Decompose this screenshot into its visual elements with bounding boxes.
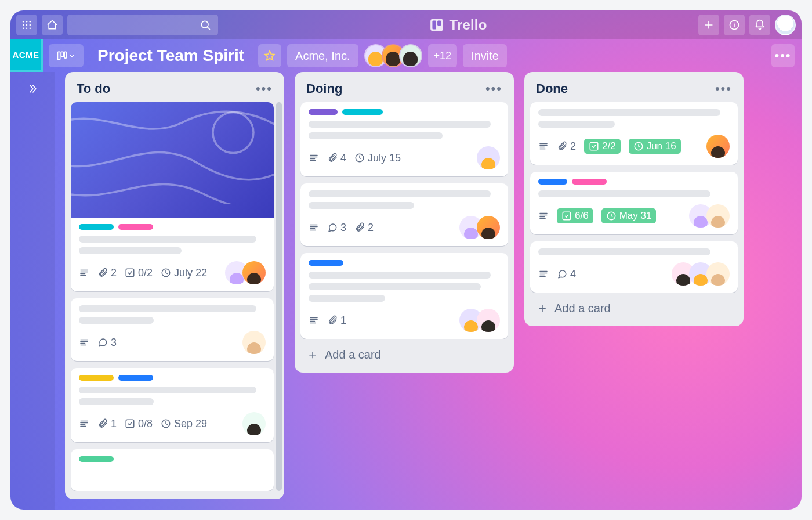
comments-badge: 4 [557, 268, 576, 280]
card-label [572, 179, 607, 185]
star-board-button[interactable] [258, 44, 281, 67]
description-badge [79, 268, 89, 278]
card-label [342, 109, 383, 115]
card-label [309, 109, 338, 115]
sidebar-collapsed [10, 72, 55, 510]
card[interactable]: 3 [71, 298, 274, 361]
list-doing: Doing ••• 4 July 15 [295, 72, 514, 373]
card-member-avatar[interactable] [477, 309, 500, 332]
card-member-avatar[interactable] [706, 262, 730, 286]
info-button[interactable] [724, 15, 745, 35]
brand: Trello [223, 17, 694, 33]
description-badge [309, 153, 319, 163]
plus-icon: ＋ [306, 346, 319, 363]
grid-icon [21, 19, 32, 31]
list-title[interactable]: To do [77, 81, 110, 96]
add-card-button[interactable]: ＋Add a card [530, 292, 738, 318]
card-member-avatar[interactable] [706, 204, 730, 228]
account-avatar[interactable] [775, 15, 796, 35]
board-title[interactable]: Project Team Spirit [89, 44, 252, 67]
card[interactable]: 4 July 15 [300, 102, 508, 176]
card-label [538, 179, 567, 185]
bell-icon [754, 19, 766, 31]
card-member-avatar[interactable] [706, 135, 730, 158]
add-card-button[interactable]: ＋Add a card [300, 339, 508, 364]
list-menu-button[interactable]: ••• [485, 81, 502, 96]
board-menu-button[interactable]: ••• [771, 44, 795, 67]
notifications-button[interactable] [749, 15, 770, 35]
card-member-avatar[interactable] [477, 216, 500, 239]
list-title[interactable]: Done [536, 81, 568, 96]
svg-point-3 [23, 24, 24, 26]
card[interactable]: 3 2 [300, 183, 508, 246]
due-date-badge: Sep 29 [161, 418, 207, 430]
workspace-badge[interactable]: ACME [10, 39, 43, 72]
member-avatar[interactable] [399, 44, 422, 67]
card-member-avatar[interactable] [242, 412, 266, 435]
attachments-badge: 1 [97, 418, 117, 430]
svg-rect-12 [437, 20, 441, 26]
svg-point-1 [26, 21, 28, 23]
checklist-badge: 0/2 [125, 267, 153, 279]
board-header: ACME Project Team Spirit Acme, Inc. +12 … [10, 39, 802, 72]
list-menu-button[interactable]: ••• [256, 81, 273, 96]
card-member-avatar[interactable] [242, 331, 266, 354]
chevron-double-right-icon [27, 83, 38, 95]
card[interactable] [71, 449, 274, 491]
star-icon [263, 49, 276, 62]
list-todo: To do ••• [65, 72, 284, 499]
info-icon [728, 19, 740, 31]
plus-icon: ＋ [536, 299, 549, 317]
svg-point-5 [30, 24, 31, 26]
svg-rect-14 [58, 52, 60, 59]
card-member-avatar[interactable] [242, 261, 266, 284]
attachments-badge: 2 [97, 267, 117, 279]
card[interactable]: 2 0/2 July 22 [71, 102, 274, 291]
board-view-switcher[interactable] [49, 44, 84, 67]
description-badge [538, 141, 549, 151]
svg-rect-16 [64, 52, 66, 58]
description-icon [79, 268, 89, 278]
card-member-avatar[interactable] [477, 146, 500, 169]
checklist-badge: 6/6 [557, 208, 593, 223]
card[interactable]: 4 [530, 241, 738, 292]
apps-menu-button[interactable] [16, 15, 37, 35]
home-button[interactable] [42, 15, 63, 35]
expand-sidebar-button[interactable] [23, 79, 42, 99]
comment-icon [97, 337, 108, 348]
workspace-link[interactable]: Acme, Inc. [287, 44, 358, 67]
card-label [79, 375, 114, 381]
svg-rect-23 [590, 142, 598, 150]
svg-rect-11 [433, 20, 437, 29]
svg-point-8 [30, 28, 31, 30]
card[interactable]: 2 2/2 Jun 16 [530, 102, 738, 165]
ellipsis-icon: ••• [774, 48, 791, 63]
trello-logo-icon [429, 17, 444, 32]
card-label [118, 224, 153, 230]
description-badge [538, 211, 549, 221]
svg-point-6 [23, 28, 24, 30]
due-date-badge: Jun 16 [629, 139, 681, 154]
due-date-badge: May 31 [601, 208, 657, 223]
card-cover [71, 102, 274, 218]
board-lists: To do ••• [55, 72, 802, 510]
extra-members-count[interactable]: +12 [428, 44, 458, 67]
create-button[interactable] [698, 15, 719, 35]
attachments-badge: 2 [557, 140, 576, 153]
list-menu-button[interactable]: ••• [715, 81, 732, 96]
board-members[interactable] [364, 44, 422, 67]
card-label [79, 224, 114, 230]
card[interactable]: 1 [300, 253, 508, 339]
invite-button[interactable]: Invite [463, 44, 507, 67]
svg-point-2 [30, 21, 31, 23]
add-card-label: Add a card [325, 348, 381, 362]
list-done: Done ••• 2 2/2 Jun 16 [524, 72, 744, 326]
card[interactable]: 6/6 May 31 [530, 172, 738, 234]
card[interactable]: 1 0/8 Sep 29 [71, 368, 274, 442]
add-card-label: Add a card [554, 302, 611, 315]
board-icon [56, 50, 68, 62]
search-input[interactable] [67, 15, 218, 35]
chevron-down-icon [68, 50, 76, 62]
list-title[interactable]: Doing [306, 81, 342, 96]
description-badge [309, 222, 319, 233]
